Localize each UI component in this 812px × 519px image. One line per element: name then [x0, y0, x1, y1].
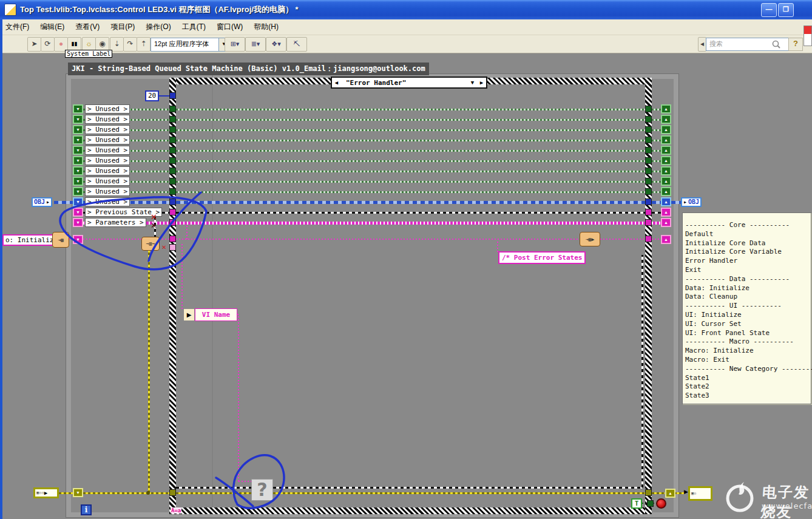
minimize-button[interactable]: —	[761, 3, 777, 17]
case-prev-arrow[interactable]: ◀	[332, 80, 341, 86]
help-button[interactable]: ?	[788, 38, 803, 51]
tunnel[interactable]	[169, 489, 176, 496]
shift-register-left-4[interactable]: ▼	[73, 146, 83, 155]
post-error-states-constant[interactable]: /* Post Error States	[498, 251, 586, 264]
shift-register-right-8[interactable]: ▲	[661, 187, 671, 196]
true-constant[interactable]: T	[631, 498, 642, 509]
shift-register-right-macro[interactable]: ▲	[661, 235, 671, 244]
case-dropdown-icon[interactable]: ▼	[468, 80, 477, 86]
shift-register-right-10[interactable]: ▲	[661, 208, 671, 217]
maximize-button[interactable]: ❐	[778, 3, 794, 17]
shift-register-right-2[interactable]: ▲	[661, 125, 671, 134]
shift-register-left-8[interactable]: ▼	[73, 187, 83, 196]
tunnel[interactable]	[645, 188, 652, 195]
row-label-9[interactable]: > Unused >	[85, 197, 130, 206]
clean-up-diagram-button[interactable]: ⛏	[286, 37, 307, 52]
tunnel[interactable]	[169, 168, 176, 174]
shift-register-right-6[interactable]: ▲	[661, 166, 671, 175]
case-structure-bottom-border[interactable]	[169, 507, 652, 514]
shift-register-left-6[interactable]: ▼	[73, 166, 83, 175]
tunnel[interactable]	[645, 198, 652, 205]
distribute-objects-button[interactable]: ≣▾	[245, 37, 266, 52]
row-label-1[interactable]: > Unused >	[85, 115, 130, 124]
tunnel[interactable]	[169, 219, 176, 226]
resize-objects-button[interactable]: ❖▾	[266, 37, 286, 52]
run-button[interactable]: ➤	[27, 37, 41, 52]
case-selector[interactable]: ◀ "Error Handler" ▼ ▶	[331, 76, 487, 89]
row-label-5[interactable]: > Unused >	[85, 156, 130, 165]
system-label[interactable]: System_Label	[65, 50, 112, 58]
tunnel[interactable]	[645, 157, 652, 164]
row-label-0[interactable]: > Unused >	[85, 104, 130, 114]
object-terminal-left[interactable]: OBJ▸	[32, 197, 52, 207]
vi-name-node[interactable]: ▶ VI Name	[183, 308, 237, 321]
tunnel[interactable]	[645, 147, 652, 154]
tunnel[interactable]	[169, 106, 176, 112]
shift-register-right-9[interactable]: ▲	[661, 197, 671, 206]
state-list-constant[interactable]: ---------- Core ----------DefaultInitial…	[682, 212, 811, 404]
row-label-7[interactable]: > Unused >	[85, 177, 130, 186]
tunnel[interactable]	[645, 236, 652, 242]
tunnel[interactable]	[169, 147, 176, 154]
tunnel[interactable]	[169, 244, 176, 251]
error-out-terminal[interactable]: ▶ ▣▫	[684, 486, 712, 501]
breakpoint-x-icon[interactable]: ✕	[151, 222, 157, 229]
parse-state-node[interactable]: →▥→	[141, 237, 160, 251]
tunnel[interactable]	[645, 209, 652, 215]
shift-register-right-0[interactable]: ▲	[661, 104, 671, 114]
shift-register-left-9[interactable]: ▼	[73, 197, 83, 206]
menu-item-3[interactable]: 项目(P)	[105, 22, 140, 32]
tunnel[interactable]	[647, 500, 654, 507]
shift-register-left-1[interactable]: ▼	[73, 115, 83, 124]
tunnel[interactable]	[169, 198, 176, 205]
case-selector-label[interactable]: "Error Handler"	[341, 79, 468, 87]
shift-register-left-11[interactable]: ▼	[73, 218, 83, 227]
row-label-6[interactable]: > Unused >	[85, 166, 130, 175]
menu-item-4[interactable]: 操作(O)	[140, 22, 176, 32]
tunnel[interactable]	[169, 126, 176, 133]
shift-register-right-5[interactable]: ▲	[661, 156, 671, 165]
row-label-11[interactable]: > Parameters >	[85, 218, 146, 227]
object-terminal-right[interactable]: ▸OBJ	[681, 197, 702, 207]
vi-icon-fragment[interactable]	[804, 25, 812, 46]
font-selector[interactable]: 12pt 应用程序字体	[151, 38, 223, 52]
step-over-button[interactable]: ↷	[123, 37, 137, 52]
step-out-button[interactable]: ⇡	[137, 37, 151, 52]
shift-register-right-error[interactable]: ▲	[665, 489, 675, 498]
shift-register-right-11[interactable]: ▲	[661, 218, 671, 227]
row-label-8[interactable]: > Unused >	[85, 187, 130, 196]
menu-item-6[interactable]: 窗口(W)	[211, 22, 248, 32]
tunnel[interactable]	[169, 137, 176, 143]
row-label-3[interactable]: > Unused >	[85, 135, 130, 144]
tunnel[interactable]	[645, 219, 652, 226]
align-objects-button[interactable]: ⊞▾	[225, 37, 245, 52]
breakpoint-x-icon[interactable]: ✕	[161, 243, 166, 251]
shift-register-left-10[interactable]: ▼	[73, 208, 83, 217]
shift-register-left-2[interactable]: ▼	[73, 125, 83, 134]
tunnel[interactable]	[645, 137, 652, 143]
menu-item-1[interactable]: 编辑(E)	[35, 22, 70, 32]
shift-register-right-7[interactable]: ▲	[661, 177, 671, 186]
shift-register-left-3[interactable]: ▼	[73, 135, 83, 144]
error-in-terminal[interactable]: ▣▫▫▶	[33, 487, 59, 498]
row-label-4[interactable]: > Unused >	[85, 146, 130, 155]
toolbar-collapse-arrow[interactable]: ◂	[698, 37, 706, 52]
shift-register-left-error[interactable]: ▼	[73, 488, 83, 497]
tunnel[interactable]	[645, 106, 652, 112]
run-continuous-button[interactable]: ⟳	[41, 37, 55, 52]
tunnel[interactable]	[169, 116, 176, 123]
case-next-arrow[interactable]: ▶	[477, 80, 486, 86]
tunnel[interactable]	[645, 126, 652, 133]
shift-register-left-5[interactable]: ▼	[73, 156, 83, 165]
shift-register-right-1[interactable]: ▲	[661, 115, 671, 124]
enqueue-post-error-node[interactable]: ⇥▦▶	[580, 232, 600, 246]
tunnel[interactable]	[645, 116, 652, 123]
tunnel[interactable]	[645, 168, 652, 174]
tunnel[interactable]	[169, 236, 176, 242]
queue-size-constant[interactable]: 20	[145, 90, 159, 101]
tunnel[interactable]	[645, 178, 652, 185]
tunnel[interactable]	[169, 209, 176, 215]
menu-item-0[interactable]: 文件(F)	[0, 22, 35, 32]
enqueue-state-node[interactable]: ⇥▦	[52, 232, 69, 248]
shift-register-left-7[interactable]: ▼	[73, 177, 83, 186]
